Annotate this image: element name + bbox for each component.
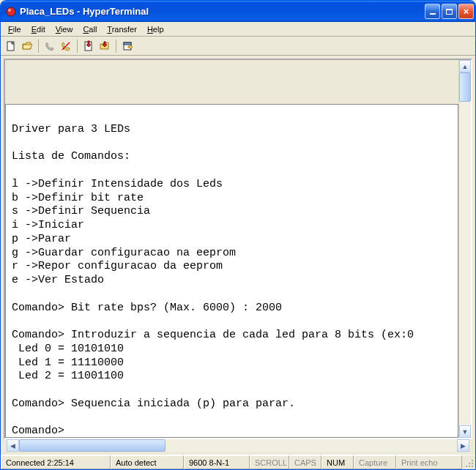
properties-icon[interactable] (120, 39, 135, 53)
terminal-frame: Driver para 3 LEDs Lista de Comandos: l … (4, 59, 472, 439)
call-icon[interactable] (42, 39, 57, 53)
window-controls: × (425, 4, 474, 19)
status-port: 9600 8-N-1 (184, 455, 250, 469)
receive-icon[interactable] (97, 39, 112, 53)
vscroll-track[interactable] (459, 72, 471, 425)
menu-view[interactable]: View (51, 23, 78, 35)
status-printecho: Print echo (396, 455, 462, 469)
disconnect-icon[interactable] (59, 39, 73, 53)
status-num: NUM (321, 455, 354, 469)
window-title: Placa_LEDs - HyperTerminal (20, 6, 425, 17)
statusbar: Connected 2:25:14 Auto detect 9600 8-N-1… (1, 455, 475, 469)
minimize-button[interactable] (425, 4, 440, 19)
hscroll-thumb[interactable] (19, 439, 166, 452)
svg-point-11 (469, 466, 470, 467)
svg-point-7 (472, 460, 473, 461)
menu-call[interactable]: Call (78, 23, 101, 35)
toolbar (1, 37, 475, 56)
menu-help[interactable]: Help (143, 23, 168, 35)
status-connected: Connected 2:25:14 (1, 455, 111, 469)
menubar: File Edit View Call Transfer Help (1, 22, 475, 37)
scroll-up-icon[interactable]: ▲ (459, 60, 471, 72)
svg-point-9 (472, 466, 473, 467)
open-icon[interactable] (20, 39, 34, 53)
status-autodetect: Auto detect (111, 455, 184, 469)
client-area: Driver para 3 LEDs Lista de Comandos: l … (1, 56, 475, 455)
terminal-top-gap (5, 60, 458, 104)
hscroll-track[interactable] (19, 439, 457, 452)
scroll-down-icon[interactable]: ▼ (459, 425, 471, 438)
terminal-output[interactable]: Driver para 3 LEDs Lista de Comandos: l … (5, 104, 458, 438)
status-capture: Capture (354, 455, 396, 469)
svg-point-8 (472, 463, 473, 464)
close-button[interactable]: × (458, 4, 474, 19)
svg-point-12 (466, 466, 467, 467)
resize-grip-icon[interactable] (462, 455, 475, 469)
menu-transfer[interactable]: Transfer (103, 23, 141, 35)
app-icon (5, 6, 17, 18)
svg-point-1 (8, 9, 11, 12)
maximize-button[interactable] (442, 4, 457, 19)
status-scroll: SCROLL (250, 455, 289, 469)
send-icon[interactable] (81, 39, 96, 53)
svg-point-0 (7, 7, 15, 16)
scroll-right-icon[interactable]: ▶ (457, 439, 469, 452)
scroll-left-icon[interactable]: ◀ (7, 439, 19, 452)
titlebar[interactable]: Placa_LEDs - HyperTerminal × (1, 1, 475, 22)
svg-point-10 (469, 463, 470, 464)
new-icon[interactable] (4, 39, 18, 53)
menu-edit[interactable]: Edit (27, 23, 50, 35)
horizontal-scrollbar[interactable]: ◀ ▶ (7, 439, 469, 452)
vscroll-thumb[interactable] (459, 72, 471, 102)
menu-file[interactable]: File (4, 23, 26, 35)
vertical-scrollbar[interactable]: ▲ ▼ (458, 60, 471, 438)
app-window: Placa_LEDs - HyperTerminal × File Edit V… (0, 0, 476, 470)
status-caps: CAPS (289, 455, 321, 469)
